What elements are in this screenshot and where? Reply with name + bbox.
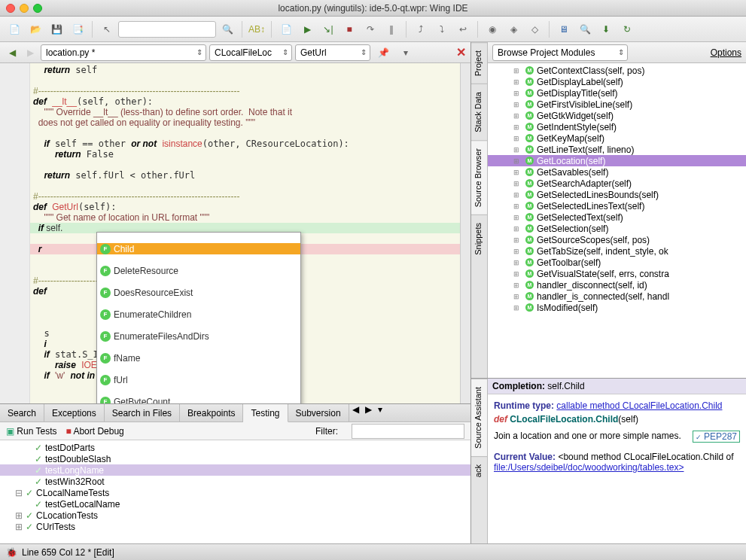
ac-item[interactable]: fName [97,352,300,364]
method-item[interactable]: ⊞GetSelectedLinesBounds(self) [488,189,746,200]
method-item[interactable]: ⊞GetIndentStyle(self) [488,121,746,132]
ac-item[interactable]: DoesResourceExist [97,287,300,298]
method-item[interactable]: ⊞GetGtkWidget(self) [488,110,746,121]
tab-ack[interactable]: ack [471,456,487,485]
expand-icon[interactable]: ⊞ [513,293,519,300]
method-item[interactable]: ⊞GetSavables(self) [488,166,746,178]
expand-icon[interactable]: ⊞ [513,157,519,165]
method-item[interactable]: ⊞handler_is_connected(self, handl [488,291,746,302]
tab-source-browser[interactable]: Source Browser [471,140,487,215]
search-input[interactable] [118,21,216,38]
test-item[interactable]: ✓testGetLocalName [0,498,470,510]
expand-icon[interactable]: ⊞ [513,225,519,233]
expand-icon[interactable]: ⊞ [513,67,519,75]
expand-icon[interactable]: ⊞ [15,522,23,532]
breakpoint2-icon[interactable]: ◈ [504,20,523,39]
class-selector[interactable]: CLocalFileLoc [209,44,292,61]
method-item[interactable]: ⊞GetLineText(self, lineno) [488,144,746,155]
method-list[interactable]: ⊞GetContextClass(self, pos)⊞GetDisplayLa… [488,63,746,378]
method-item[interactable]: ⊞GetContextClass(self, pos) [488,65,746,76]
ac-item[interactable]: DeleteResource [97,265,300,276]
method-item[interactable]: ⊞IsModified(self) [488,302,746,313]
ac-item-child[interactable]: Child [97,243,300,254]
method-item[interactable]: ⊞GetKeyMap(self) [488,132,746,144]
tab-search[interactable]: Search [0,404,44,422]
method-selector[interactable]: GetUrl [295,44,370,61]
expand-icon[interactable]: ⊞ [513,123,519,131]
browse-mode-selector[interactable]: Browse Project Modules [492,44,628,61]
tab-menu-icon[interactable]: ▾ [375,404,385,422]
run-tests-button[interactable]: ▣ Run Tests [6,426,56,437]
current-value-link[interactable]: file:/Users/sdeibel/doc/woodworking/tabl… [494,462,684,473]
method-item[interactable]: ⊞GetSelection(self) [488,223,746,234]
tab-next-icon[interactable]: ▶ [362,404,375,422]
editor-scrollbar[interactable] [460,63,470,403]
expand-icon[interactable]: ⊞ [513,101,519,108]
save-icon[interactable]: 💾 [47,20,66,39]
file-selector[interactable]: location.py * [41,44,206,61]
autocomplete-popup[interactable]: Child DeleteResource DoesResourceExist E… [96,232,301,403]
filter-input[interactable] [352,424,464,439]
debug-file-icon[interactable]: 📄 [276,20,296,39]
method-item[interactable]: ⊞GetSourceScopes(self, pos) [488,234,746,245]
test-item[interactable]: ✓testDotParts [0,442,470,453]
pin-icon[interactable]: 📌 [373,43,393,62]
expand-icon[interactable]: ⊞ [513,270,519,278]
method-item[interactable]: ⊞GetDisplayLabel(self) [488,76,746,87]
expand-icon[interactable]: ⊞ [513,304,519,312]
test-class[interactable]: ⊞✓CLocationTests [0,510,470,521]
expand-icon[interactable]: ⊞ [513,214,519,221]
bug-icon[interactable]: 🐞 [6,547,17,558]
expand-icon[interactable]: ⊞ [513,202,519,210]
expand-icon[interactable]: ⊞ [513,169,519,176]
test-item[interactable]: ✓testWin32Root [0,476,470,487]
expand-icon[interactable]: ⊞ [513,191,519,199]
replace-icon[interactable]: AB↕ [247,20,266,39]
new-file-icon[interactable]: 📄 [5,20,24,39]
expand-icon[interactable]: ⊞ [513,78,519,86]
save-all-icon[interactable]: 📑 [68,20,87,39]
download-icon[interactable]: ⬇ [596,20,616,39]
pause-icon[interactable]: ‖ [382,20,401,39]
method-item[interactable]: ⊞GetDisplayTitle(self) [488,87,746,99]
test-class[interactable]: ⊞✓CUrlTests [0,521,470,532]
test-item[interactable]: ✓testDoubleSlash [0,453,470,464]
ac-item[interactable]: GetByteCount [97,396,300,403]
method-item[interactable]: ⊞GetFirstVisibleLine(self) [488,99,746,110]
ac-item[interactable]: EnumerateChildren [97,309,300,320]
breakpoint3-icon[interactable]: ◇ [525,20,544,39]
find-icon[interactable]: 🔍 [575,20,595,39]
method-item[interactable]: ⊞GetLocation(self) [488,155,746,166]
tab-source-assistant[interactable]: Source Assistant [471,379,487,456]
monitor-icon[interactable]: 🖥 [554,20,574,39]
gutter[interactable] [0,63,30,403]
expand-icon[interactable]: ⊞ [513,180,519,187]
step-into-icon[interactable]: ↘| [318,20,338,39]
runtime-type-link[interactable]: callable method CLocalFileLocation.Child [556,400,722,411]
abort-debug-button[interactable]: ■ Abort Debug [65,426,123,437]
expand-icon[interactable]: ⊞ [513,135,519,142]
step-out-icon[interactable]: ⤴ [411,20,431,39]
ac-item[interactable]: fUrl [97,374,300,385]
nav-back-icon[interactable]: ◀ [5,45,20,60]
code-area[interactable]: return self #---------------------------… [30,63,460,403]
expand-icon[interactable]: ⊞ [15,510,23,521]
code-editor[interactable]: return self #---------------------------… [0,63,470,403]
expand-icon[interactable]: ⊞ [513,236,519,244]
ac-item[interactable]: EnumerateFilesAndDirs [97,330,300,342]
method-item[interactable]: ⊞GetVisualState(self, errs, constra [488,268,746,279]
expand-icon[interactable]: ⊞ [513,112,519,120]
method-item[interactable]: ⊞GetSearchAdapter(self) [488,178,746,189]
expand-icon[interactable]: ⊞ [513,259,519,266]
open-folder-icon[interactable]: 📂 [26,20,45,39]
tab-exceptions[interactable]: Exceptions [44,404,105,422]
expand-icon[interactable]: ⊞ [513,248,519,255]
stop-icon[interactable]: ■ [340,20,359,39]
tab-breakpoints[interactable]: Breakpoints [180,404,243,422]
method-item[interactable]: ⊞handler_disconnect(self, id) [488,279,746,291]
tab-snippets[interactable]: Snippets [471,215,487,263]
test-tree[interactable]: ✓testDotParts ✓testDoubleSlash ✓testLong… [0,440,470,543]
expand-icon[interactable]: ⊞ [513,90,519,97]
step-icon[interactable]: ⤵ [432,20,452,39]
tab-project[interactable]: Project [471,42,487,84]
